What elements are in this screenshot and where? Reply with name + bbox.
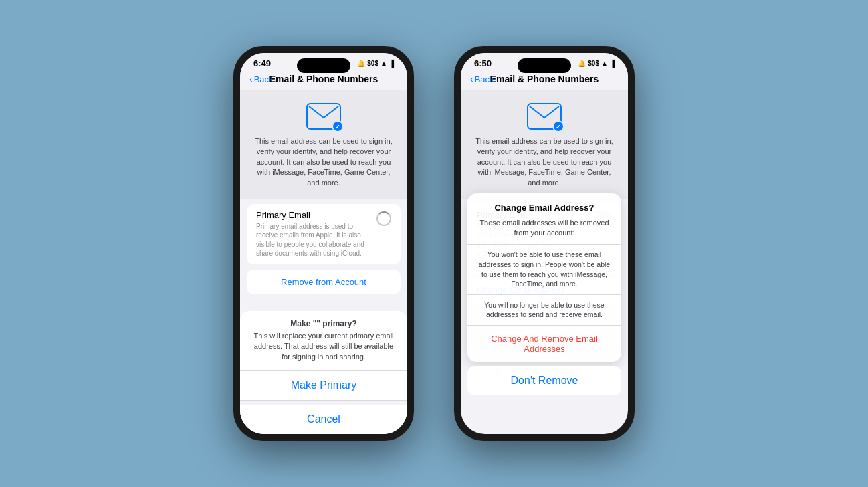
remove-from-account-btn-left[interactable]: Remove from Account — [247, 270, 401, 294]
email-icon-section-left: ✓ This email address can be used to sign… — [240, 90, 407, 199]
check-icon-right: ✓ — [556, 124, 561, 130]
alert-intro-right: These email addresses will be removed fr… — [467, 215, 621, 244]
phone-left: 6:49 🔔 $0$ ▲ ▐ ‹ Back Email & Phone Numb… — [233, 46, 414, 441]
change-remove-btn-right[interactable]: Change And Remove Email Addresses — [467, 325, 621, 362]
back-button-right[interactable]: ‹ Back — [470, 74, 494, 84]
sheet-title-left: Make "" primary? — [240, 311, 407, 330]
email-icon-section-right: ✓ This email address can be used to sign… — [461, 90, 628, 199]
carrier-left: $0$ — [367, 60, 378, 67]
bottom-sheet-left: Make "" primary? This will replace your … — [240, 311, 407, 434]
email-description-left: This email address can be used to sign i… — [251, 136, 397, 188]
email-description-right: This email address can be used to sign i… — [471, 136, 617, 188]
email-icon-wrapper-right: ✓ — [527, 103, 562, 130]
back-label-left: Back — [254, 74, 274, 84]
bell-icon-left: 🔔 — [357, 60, 365, 67]
wifi-icon-right: ▲ — [601, 60, 608, 67]
email-icon-wrapper-left: ✓ — [306, 103, 341, 130]
sheet-content-section: Make "" primary? This will replace your … — [240, 311, 407, 401]
phone-right: 6:50 🔔 $0$ ▲ ▐ ‹ Back Email & Phone Numb… — [454, 46, 635, 441]
settings-card-left: Primary Email Primary email address is u… — [247, 204, 401, 264]
primary-email-section-left: Primary Email Primary email address is u… — [240, 204, 407, 264]
make-primary-sheet: Make "" primary? This will replace your … — [240, 311, 407, 434]
remove-card-left: Remove from Account — [247, 270, 401, 294]
alert-detail1-right: You won't be able to use these email add… — [467, 244, 621, 294]
check-icon-left: ✓ — [335, 124, 340, 130]
cancel-btn-left[interactable]: Cancel — [240, 405, 407, 434]
nav-title-left: Email & Phone Numbers — [269, 74, 378, 84]
primary-email-row-left: Primary Email Primary email address is u… — [247, 204, 401, 264]
nav-bar-left: ‹ Back Email & Phone Numbers — [240, 71, 407, 90]
check-badge-left: ✓ — [332, 120, 344, 132]
back-chevron-left: ‹ — [249, 74, 253, 84]
alert-title-right: Change Email Address? — [467, 193, 621, 215]
check-badge-right: ✓ — [552, 120, 564, 132]
dont-remove-btn-right[interactable]: Don't Remove — [467, 366, 621, 395]
phone-right-screen: 6:50 🔔 $0$ ▲ ▐ ‹ Back Email & Phone Numb… — [461, 53, 628, 434]
battery-left: ▐ — [389, 60, 394, 67]
back-button-left[interactable]: ‹ Back — [249, 74, 274, 84]
bell-icon-right: 🔔 — [578, 60, 586, 67]
content-area-left: ✓ This email address can be used to sign… — [240, 90, 407, 434]
primary-email-content-left: Primary Email Primary email address is u… — [256, 210, 371, 258]
status-icons-left: 🔔 $0$ ▲ ▐ — [357, 60, 394, 67]
status-time-right: 6:50 — [474, 58, 492, 68]
dynamic-island-right — [518, 58, 571, 73]
content-area-right: ✓ This email address can be used to sign… — [461, 90, 628, 434]
dynamic-island-left — [297, 58, 350, 73]
phone-left-screen: 6:49 🔔 $0$ ▲ ▐ ‹ Back Email & Phone Numb… — [240, 53, 407, 434]
loading-spinner-left — [376, 211, 391, 226]
status-icons-right: 🔔 $0$ ▲ ▐ — [578, 60, 615, 67]
make-primary-btn[interactable]: Make Primary — [240, 370, 407, 400]
nav-title-right: Email & Phone Numbers — [490, 74, 599, 84]
alert-overlay-right: Change Email Address? These email addres… — [461, 193, 628, 401]
alert-detail2-right: You will no longer be able to use these … — [467, 295, 621, 325]
nav-bar-right: ‹ Back Email & Phone Numbers — [461, 71, 628, 90]
battery-right: ▐ — [610, 60, 615, 67]
status-time-left: 6:49 — [253, 58, 271, 68]
carrier-right: $0$ — [588, 60, 599, 67]
back-chevron-right: ‹ — [470, 74, 473, 84]
primary-email-subtitle-left: Primary email address is used to receive… — [256, 222, 371, 258]
wifi-icon-left: ▲ — [381, 60, 387, 67]
alert-sheet-right: Change Email Address? These email addres… — [467, 193, 621, 362]
primary-email-title-left: Primary Email — [256, 210, 371, 220]
back-label-right: Back — [475, 74, 494, 84]
sheet-body-left: This will replace your current primary e… — [240, 330, 407, 370]
